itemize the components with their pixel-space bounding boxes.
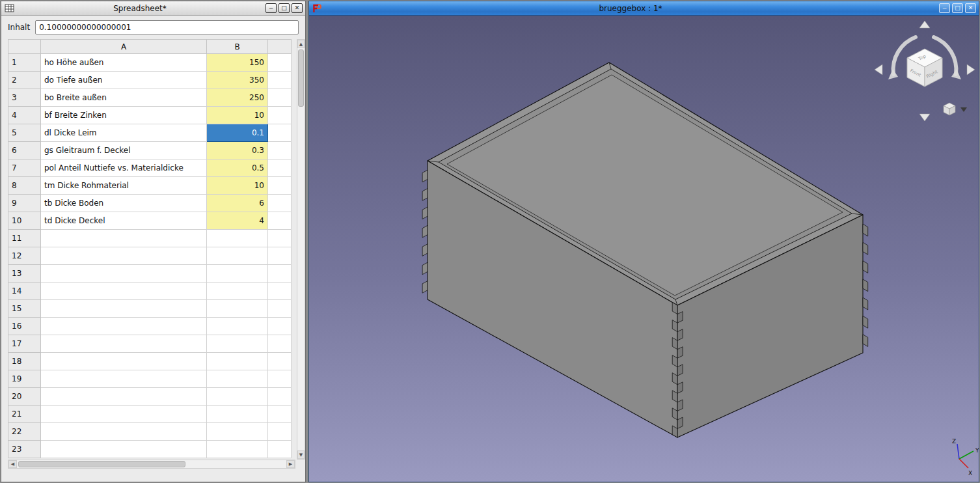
minimize-button[interactable]: − [265,3,277,13]
cell-B19[interactable] [207,370,268,388]
horizontal-scrollbar[interactable]: ◀ ▶ [8,460,295,469]
cell-extra-22[interactable] [268,423,292,441]
row-header-6[interactable]: 6 [8,142,41,159]
cell-A6[interactable]: gs Gleitraum f. Deckel [41,142,207,159]
cell-A1[interactable]: ho Höhe außen [41,54,207,72]
cell-extra-2[interactable] [268,72,292,89]
close-button[interactable]: ✕ [965,3,976,13]
row-header-7[interactable]: 7 [8,159,41,177]
cell-extra-11[interactable] [268,230,292,247]
cell-extra-12[interactable] [268,247,292,265]
column-header-a[interactable]: A [41,40,207,54]
spreadsheet-titlebar[interactable]: Spreadsheet* − □ ✕ [1,1,305,16]
cell-B18[interactable] [207,353,268,370]
cell-extra-9[interactable] [268,195,292,212]
row-header-2[interactable]: 2 [8,72,41,89]
vertical-scroll-track[interactable] [297,48,305,450]
viewport-titlebar[interactable]: brueggebox : 1* − □ ✕ [309,1,979,16]
cell-A5[interactable]: dl Dicke Leim [41,124,207,142]
cell-B11[interactable] [207,230,268,247]
cell-extra-3[interactable] [268,89,292,107]
cell-extra-18[interactable] [268,353,292,370]
cell-A7[interactable]: pol Anteil Nuttiefe vs. Materialdicke [41,159,207,177]
cell-B20[interactable] [207,388,268,406]
row-header-23[interactable]: 23 [8,441,41,458]
row-header-22[interactable]: 22 [8,423,41,441]
cell-B9[interactable]: 6 [207,195,268,212]
scroll-left-icon[interactable]: ◀ [8,460,17,468]
cell-B3[interactable]: 250 [207,89,268,107]
cell-extra-8[interactable] [268,177,292,195]
cell-extra-16[interactable] [268,318,292,335]
row-header-11[interactable]: 11 [8,230,41,247]
cell-A18[interactable] [41,353,207,370]
cell-B14[interactable] [207,283,268,300]
cell-B16[interactable] [207,318,268,335]
row-header-12[interactable]: 12 [8,247,41,265]
row-header-4[interactable]: 4 [8,107,41,124]
cell-extra-19[interactable] [268,370,292,388]
row-header-8[interactable]: 8 [8,177,41,195]
cell-A10[interactable]: td Dicke Deckel [41,212,207,230]
cell-extra-10[interactable] [268,212,292,230]
3d-viewport[interactable]: Top Front Right Z Y X [309,16,979,482]
cell-A9[interactable]: tb Dicke Boden [41,195,207,212]
cell-A13[interactable] [41,265,207,283]
cell-B12[interactable] [207,247,268,265]
cell-B6[interactable]: 0.3 [207,142,268,159]
nav-mini-cube-icon[interactable] [944,103,955,115]
cell-content-input[interactable] [35,20,299,34]
cell-A20[interactable] [41,388,207,406]
row-header-5[interactable]: 5 [8,124,41,142]
cell-B5[interactable]: 0.1 [207,124,268,142]
cell-extra-15[interactable] [268,300,292,318]
horizontal-scroll-track[interactable] [17,460,286,468]
cell-extra-23[interactable] [268,441,292,458]
cell-B4[interactable]: 10 [207,107,268,124]
row-header-17[interactable]: 17 [8,335,41,353]
row-header-3[interactable]: 3 [8,89,41,107]
cell-extra-4[interactable] [268,107,292,124]
maximize-button[interactable]: □ [279,3,290,13]
cell-extra-21[interactable] [268,406,292,423]
close-button[interactable]: ✕ [292,3,303,13]
cell-A14[interactable] [41,283,207,300]
minimize-button[interactable]: − [939,3,950,13]
scroll-right-icon[interactable]: ▶ [286,460,295,468]
corner-cell[interactable] [8,40,41,54]
column-header-b[interactable]: B [207,40,268,54]
cell-extra-5[interactable] [268,124,292,142]
maximize-button[interactable]: □ [952,3,963,13]
row-header-9[interactable]: 9 [8,195,41,212]
cell-extra-7[interactable] [268,159,292,177]
row-header-16[interactable]: 16 [8,318,41,335]
cell-B17[interactable] [207,335,268,353]
row-header-20[interactable]: 20 [8,388,41,406]
row-header-15[interactable]: 15 [8,300,41,318]
row-header-21[interactable]: 21 [8,406,41,423]
cell-extra-14[interactable] [268,283,292,300]
cell-A17[interactable] [41,335,207,353]
cell-A23[interactable] [41,441,207,458]
cell-A2[interactable]: do Tiefe außen [41,72,207,89]
column-header-extra[interactable] [268,40,292,54]
cell-B8[interactable]: 10 [207,177,268,195]
horizontal-scroll-thumb[interactable] [18,461,185,467]
cell-A15[interactable] [41,300,207,318]
spreadsheet-grid[interactable]: A B 1ho Höhe außen1502do Tiefe außen3503… [8,39,295,460]
cell-extra-6[interactable] [268,142,292,159]
vertical-scroll-thumb[interactable] [298,49,304,107]
cell-B2[interactable]: 350 [207,72,268,89]
row-header-19[interactable]: 19 [8,370,41,388]
cell-extra-17[interactable] [268,335,292,353]
cell-B1[interactable]: 150 [207,54,268,72]
row-header-18[interactable]: 18 [8,353,41,370]
cell-extra-20[interactable] [268,388,292,406]
cell-A3[interactable]: bo Breite außen [41,89,207,107]
cell-B23[interactable] [207,441,268,458]
row-header-13[interactable]: 13 [8,265,41,283]
row-header-10[interactable]: 10 [8,212,41,230]
cell-B13[interactable] [207,265,268,283]
scroll-down-icon[interactable]: ▼ [297,450,305,459]
scroll-up-icon[interactable]: ▲ [297,40,305,48]
